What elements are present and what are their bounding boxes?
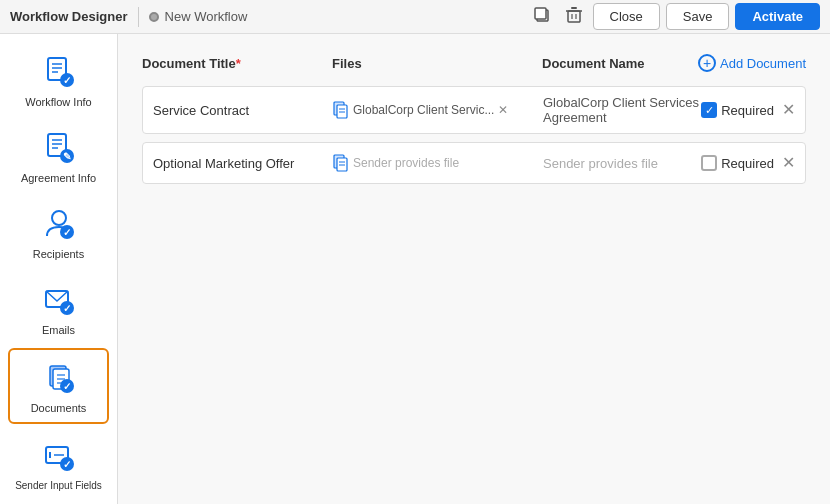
duplicate-icon-button[interactable] xyxy=(529,2,555,31)
sender-input-fields-icon: ✓ xyxy=(41,438,77,474)
add-circle-icon: + xyxy=(698,54,716,72)
svg-text:✓: ✓ xyxy=(63,303,71,314)
svg-text:✓: ✓ xyxy=(63,459,71,470)
doc-file-name-1: GlobalCorp Client Servic... xyxy=(353,103,494,117)
sidebar-item-recipients-label: Recipients xyxy=(33,248,84,260)
sidebar-item-documents[interactable]: ✓ Documents xyxy=(8,348,109,424)
documents-icon: ✓ xyxy=(41,360,77,396)
close-button[interactable]: Close xyxy=(593,3,660,30)
main-content: Document Title* Files Document Name + Ad… xyxy=(118,34,830,504)
doc-file-name-2: Sender provides file xyxy=(353,156,459,170)
required-checkbox-1[interactable]: ✓ xyxy=(701,102,717,118)
required-checkbox-2[interactable] xyxy=(701,155,717,171)
header-actions: Close Save Activate xyxy=(529,2,820,31)
table-row: Service Contract GlobalCorp Client Servi… xyxy=(142,86,806,134)
sidebar-item-sender-input-fields[interactable]: ✓ Sender Input Fields xyxy=(0,428,117,499)
sidebar-item-emails-label: Emails xyxy=(42,324,75,336)
doc-name-1: GlobalCorp Client Services Agreement xyxy=(543,95,701,125)
svg-rect-1 xyxy=(535,8,546,19)
recipients-icon-wrapper: ✓ xyxy=(39,204,79,244)
workflow-status-dot xyxy=(149,12,159,22)
header-divider xyxy=(138,7,139,27)
sidebar-item-documents-label: Documents xyxy=(31,402,87,414)
recipients-icon: ✓ xyxy=(41,206,77,242)
svg-text:✎: ✎ xyxy=(63,151,71,162)
sender-input-icon-wrapper: ✓ xyxy=(39,436,79,476)
header: Workflow Designer New Workflow Close Sav… xyxy=(0,0,830,34)
workflow-info-icon-wrapper: ✓ xyxy=(39,52,79,92)
required-star: * xyxy=(236,56,241,71)
doc-files-2: Sender provides file xyxy=(333,154,543,172)
sidebar-item-recipients[interactable]: ✓ Recipients xyxy=(0,196,117,268)
sidebar-item-sender-input-fields-label: Sender Input Fields xyxy=(15,480,102,491)
activate-button[interactable]: Activate xyxy=(735,3,820,30)
col-document-title: Document Title* xyxy=(142,56,332,71)
documents-icon-wrapper: ✓ xyxy=(39,358,79,398)
doc-title-1: Service Contract xyxy=(153,103,333,118)
doc-required-1: ✓ Required xyxy=(701,102,774,118)
svg-rect-2 xyxy=(568,11,580,22)
save-button[interactable]: Save xyxy=(666,3,730,30)
col-document-name: Document Name xyxy=(542,56,698,71)
emails-icon-wrapper: ✓ xyxy=(39,280,79,320)
delete-icon-button[interactable] xyxy=(561,2,587,31)
svg-text:✓: ✓ xyxy=(63,227,71,238)
svg-point-19 xyxy=(52,211,66,225)
file-icon-1 xyxy=(333,101,349,119)
col-files: Files xyxy=(332,56,542,71)
doc-required-2: Required xyxy=(701,155,774,171)
doc-files-1: GlobalCorp Client Servic... ✕ xyxy=(333,101,543,119)
doc-name-2: Sender provides file xyxy=(543,156,701,171)
agreement-info-icon-wrapper: ✎ xyxy=(39,128,79,168)
emails-icon: ✓ xyxy=(41,282,77,318)
sidebar: ✓ Workflow Info ✎ Agreement Info xyxy=(0,34,118,504)
file-icon-2 xyxy=(333,154,349,172)
workflow-info-icon: ✓ xyxy=(41,54,77,90)
doc-remove-button-1[interactable]: ✕ xyxy=(782,102,795,118)
svg-text:✓: ✓ xyxy=(63,75,71,86)
doc-title-2: Optional Marketing Offer xyxy=(153,156,333,171)
sidebar-item-workflow-info[interactable]: ✓ Workflow Info xyxy=(0,44,117,116)
app-title: Workflow Designer xyxy=(10,9,128,24)
table-row: Optional Marketing Offer Sender provides… xyxy=(142,142,806,184)
add-document-button[interactable]: + Add Document xyxy=(698,54,806,72)
sidebar-item-workflow-info-label: Workflow Info xyxy=(25,96,91,108)
sidebar-item-agreement-info[interactable]: ✎ Agreement Info xyxy=(0,120,117,192)
doc-remove-button-2[interactable]: ✕ xyxy=(782,155,795,171)
workflow-name-area: New Workflow xyxy=(149,9,248,24)
documents-header: Document Title* Files Document Name + Ad… xyxy=(142,54,806,72)
main-layout: ✓ Workflow Info ✎ Agreement Info xyxy=(0,34,830,504)
sidebar-item-emails[interactable]: ✓ Emails xyxy=(0,272,117,344)
workflow-name-label: New Workflow xyxy=(165,9,248,24)
agreement-info-icon: ✎ xyxy=(41,130,77,166)
sidebar-item-agreement-info-label: Agreement Info xyxy=(21,172,96,184)
svg-text:✓: ✓ xyxy=(63,381,71,392)
file-clear-button-1[interactable]: ✕ xyxy=(498,103,508,117)
